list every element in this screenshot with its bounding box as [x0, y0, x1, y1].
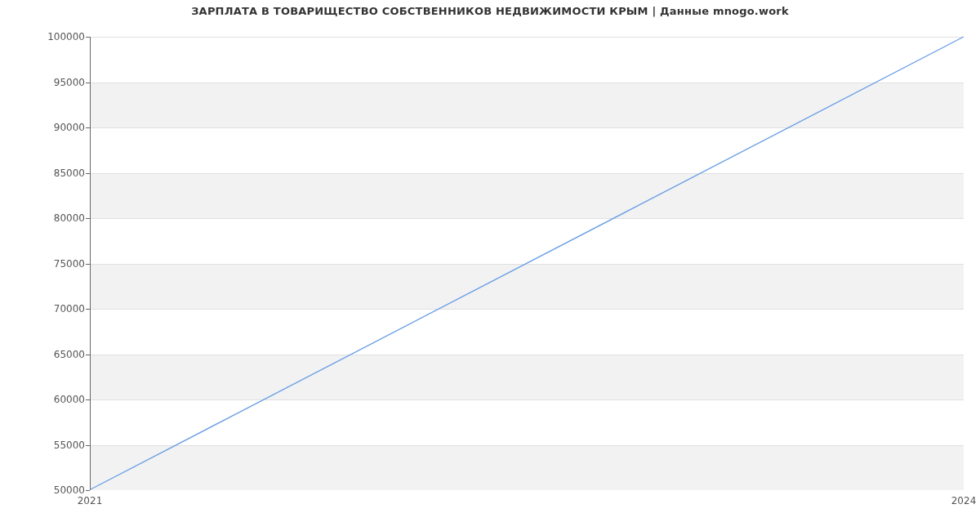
- series-line: [91, 37, 964, 489]
- chart-container: ЗАРПЛАТА В ТОВАРИЩЕСТВО СОБСТВЕННИКОВ НЕ…: [0, 0, 980, 531]
- x-tick-label: 2021: [78, 495, 103, 506]
- plot-area: [90, 37, 964, 490]
- y-tick-label: 50000: [54, 484, 85, 496]
- y-tick-label: 100000: [47, 31, 85, 42]
- chart-title: ЗАРПЛАТА В ТОВАРИЩЕСТВО СОБСТВЕННИКОВ НЕ…: [0, 5, 980, 17]
- line-series: [91, 37, 964, 489]
- y-axis-labels: 5000055000600006500070000750008000085000…: [0, 37, 85, 490]
- y-tick-label: 80000: [54, 212, 85, 224]
- y-tick-label: 90000: [54, 122, 85, 133]
- y-tick-label: 75000: [54, 258, 85, 270]
- x-axis-labels: 20212024: [90, 495, 964, 511]
- y-tick-label: 70000: [54, 303, 85, 315]
- x-tick-label: 2024: [951, 495, 977, 506]
- y-tick-label: 65000: [54, 349, 85, 360]
- y-tick-label: 95000: [54, 77, 85, 88]
- y-tick-label: 60000: [54, 394, 85, 405]
- y-tick-label: 55000: [54, 440, 85, 451]
- y-tick-label: 85000: [54, 167, 85, 179]
